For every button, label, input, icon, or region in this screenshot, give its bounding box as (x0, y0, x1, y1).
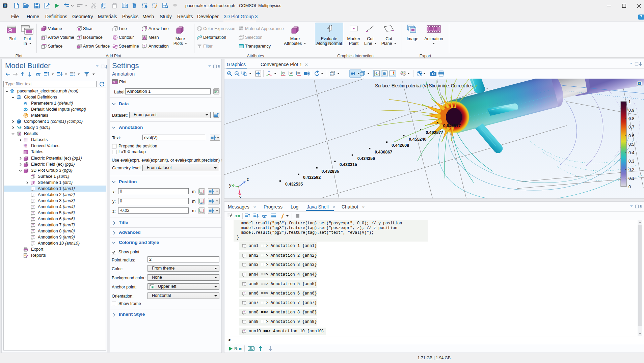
svg-text:xy: xy (282, 71, 285, 75)
svg-text:0.7: 0.7 (628, 125, 634, 130)
svg-text:0.442608: 0.442608 (392, 143, 409, 148)
svg-text:yz: yz (290, 71, 293, 75)
svg-text:x: x (239, 195, 242, 199)
svg-text:0: 0 (628, 185, 631, 189)
svg-text:a: a (235, 213, 237, 218)
svg-text:1: 1 (628, 100, 631, 104)
svg-text:z: z (247, 177, 249, 182)
svg-text:0.1: 0.1 (628, 176, 634, 181)
svg-text:0.434356: 0.434356 (357, 156, 375, 161)
svg-text:0.6: 0.6 (628, 134, 634, 138)
svg-text:0.432535: 0.432535 (285, 182, 303, 187)
svg-text:0.432592: 0.432592 (303, 175, 321, 180)
svg-text:0.3: 0.3 (628, 159, 634, 164)
svg-text:0.5: 0.5 (628, 142, 634, 147)
svg-text:0.8: 0.8 (628, 116, 634, 121)
svg-text:0.436867: 0.436867 (375, 150, 392, 155)
svg-text:y: y (229, 183, 232, 188)
svg-text:0.9: 0.9 (628, 108, 634, 113)
svg-text:0.492577: 0.492577 (426, 130, 443, 135)
svg-text:0.2: 0.2 (628, 167, 634, 172)
svg-text:0.455240: 0.455240 (409, 137, 426, 142)
svg-text:xz: xz (297, 71, 301, 75)
svg-text:0.644517: 0.644517 (443, 123, 461, 128)
svg-text:0.433315: 0.433315 (340, 162, 357, 167)
svg-text:0.4: 0.4 (628, 150, 634, 155)
svg-text:0.432836: 0.432836 (322, 169, 339, 174)
